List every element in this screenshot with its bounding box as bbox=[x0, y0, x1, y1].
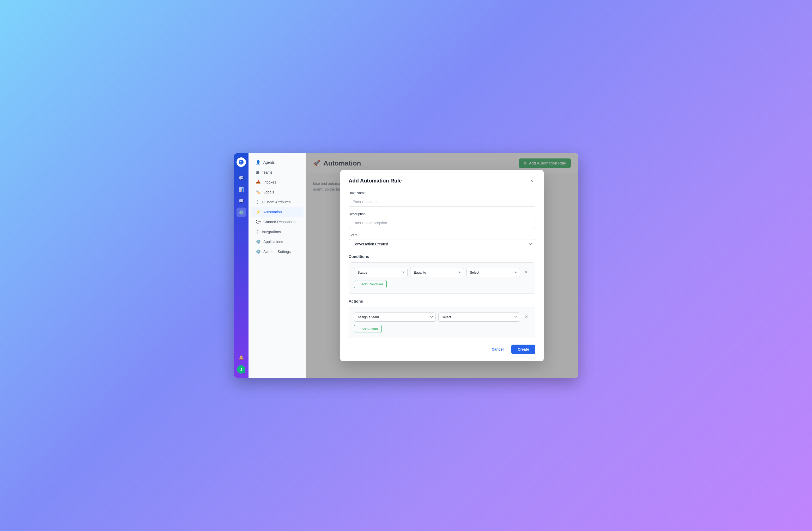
canned-responses-icon: 💬 bbox=[256, 220, 261, 224]
rule-name-group: Rule Name bbox=[349, 191, 535, 207]
sidebar-item-integrations[interactable]: ⬡ Integrations bbox=[250, 227, 304, 237]
action-row: Assign a team Select ✕ bbox=[354, 312, 530, 322]
app-logo[interactable]: C bbox=[236, 157, 246, 167]
sidebar-item-applications[interactable]: ⚙️ Applications bbox=[250, 237, 304, 247]
modal-header: Add Automation Rule × bbox=[349, 177, 535, 185]
cancel-button[interactable]: Cancel bbox=[487, 345, 508, 354]
conversations-icon[interactable]: 💬 bbox=[236, 173, 246, 182]
condition-field-select[interactable]: Status bbox=[354, 268, 408, 277]
main-content: 🚀 Automation ⊕ Add Automation Rule lace … bbox=[306, 153, 578, 378]
close-icon: × bbox=[530, 178, 533, 184]
description-label: Description bbox=[349, 212, 535, 216]
actions-label: Actions bbox=[349, 299, 535, 303]
svg-text:C: C bbox=[240, 161, 242, 164]
sidebar-item-canned-responses[interactable]: 💬 Canned Responses bbox=[250, 217, 304, 227]
description-group: Description bbox=[349, 212, 535, 228]
remove-condition-button[interactable]: ✕ bbox=[523, 269, 530, 276]
remove-action-icon: ✕ bbox=[524, 314, 528, 320]
sidebar-item-custom-attributes[interactable]: ⬡ Custom Attributes bbox=[250, 197, 304, 207]
sidebar-item-teams[interactable]: ⊞ Teams bbox=[250, 167, 304, 177]
sidebar-item-labels[interactable]: 🏷️ Labels bbox=[250, 187, 304, 197]
event-group: Event Conversation Created bbox=[349, 233, 535, 249]
modal-close-button[interactable]: × bbox=[528, 177, 535, 185]
create-button[interactable]: Create bbox=[511, 345, 535, 354]
add-condition-button[interactable]: + Add Condition bbox=[354, 280, 387, 288]
avatar[interactable]: J bbox=[237, 365, 245, 374]
add-automation-rule-modal: Add Automation Rule × Rule Name Descript… bbox=[340, 170, 544, 361]
modal-overlay: Add Automation Rule × Rule Name Descript… bbox=[306, 153, 578, 378]
plus-condition-icon: + bbox=[358, 282, 360, 286]
conditions-label: Conditions bbox=[349, 254, 535, 259]
applications-icon: ⚙️ bbox=[256, 239, 261, 244]
event-label: Event bbox=[349, 233, 535, 237]
rule-name-input[interactable] bbox=[349, 197, 535, 207]
custom-attributes-icon: ⬡ bbox=[256, 200, 259, 205]
conditions-group: Conditions Status Equal to Select bbox=[349, 254, 535, 294]
sidebar-item-automation[interactable]: ⚡ Automation bbox=[250, 207, 304, 217]
account-settings-icon: ⚙️ bbox=[256, 249, 261, 254]
action-type-select[interactable]: Assign a team bbox=[354, 312, 436, 322]
sidebar-item-account-settings[interactable]: ⚙️ Account Settings bbox=[250, 247, 304, 257]
action-value-select[interactable]: Select bbox=[438, 312, 520, 322]
teams-icon: ⊞ bbox=[256, 170, 259, 174]
automation-icon: ⚡ bbox=[256, 210, 261, 214]
sidebar: 👤 Agents ⊞ Teams 📥 Inboxes 🏷️ Labels ⬡ C… bbox=[248, 153, 306, 378]
inboxes-icon: 📥 bbox=[256, 180, 261, 185]
plus-action-icon: + bbox=[358, 327, 360, 331]
modal-title: Add Automation Rule bbox=[349, 178, 402, 184]
agents-icon: 👤 bbox=[256, 160, 261, 165]
sidebar-item-agents[interactable]: 👤 Agents bbox=[250, 157, 304, 167]
settings-icon[interactable]: ⚙️ bbox=[236, 208, 246, 217]
sidebar-item-inboxes[interactable]: 📥 Inboxes bbox=[250, 177, 304, 187]
conditions-box: Status Equal to Select ✕ bbox=[349, 262, 535, 294]
rule-name-label: Rule Name bbox=[349, 191, 535, 195]
modal-footer: Cancel Create bbox=[349, 345, 535, 354]
labels-icon: 🏷️ bbox=[256, 190, 261, 195]
description-input[interactable] bbox=[349, 218, 535, 228]
actions-box: Assign a team Select ✕ + Add Action bbox=[349, 307, 535, 338]
condition-row: Status Equal to Select ✕ bbox=[354, 268, 530, 277]
integrations-icon: ⬡ bbox=[256, 229, 259, 234]
event-select[interactable]: Conversation Created bbox=[349, 239, 535, 249]
messages-icon[interactable]: 🗨️ bbox=[236, 196, 246, 206]
actions-group: Actions Assign a team Select ✕ bbox=[349, 299, 535, 338]
remove-condition-icon: ✕ bbox=[524, 269, 528, 275]
reports-icon[interactable]: 📊 bbox=[236, 185, 246, 194]
icon-rail: C 💬 📊 🗨️ ⚙️ 🔔 J bbox=[234, 153, 248, 378]
add-action-button[interactable]: + Add Action bbox=[354, 325, 382, 333]
notifications-icon[interactable]: 🔔 bbox=[236, 353, 246, 362]
condition-operator-select[interactable]: Equal to bbox=[410, 268, 464, 277]
remove-action-button[interactable]: ✕ bbox=[523, 313, 530, 321]
online-indicator bbox=[243, 372, 245, 374]
condition-value-select[interactable]: Select bbox=[466, 268, 520, 277]
